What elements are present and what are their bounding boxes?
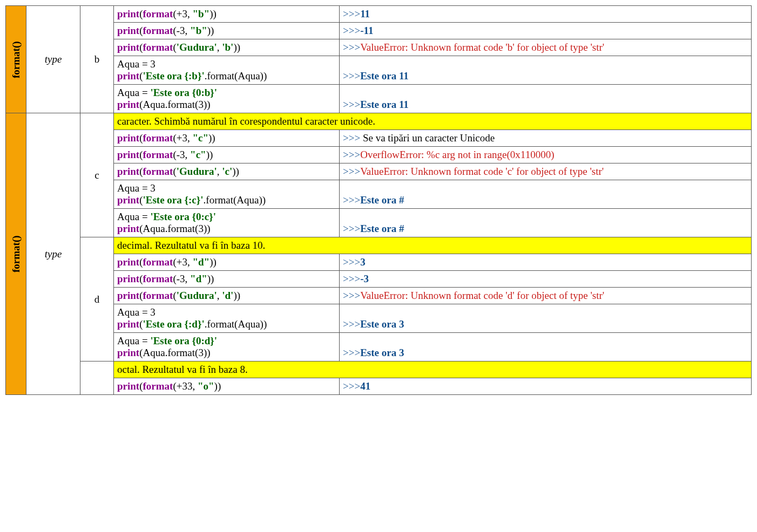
- code-cell: Aqua = 'Este ora {0:b}'print(Aqua.format…: [114, 85, 340, 113]
- code-cell: print(format(+33, "o")): [114, 378, 340, 395]
- table-row: octal. Rezultatul va fi în baza 8.: [6, 362, 752, 378]
- output-cell: >>>41: [340, 378, 752, 395]
- code-cell: Aqua = 3print('Este ora {:c}'.format(Aqu…: [114, 180, 340, 209]
- table-row: print(format(+3, "d"))>>>3: [6, 254, 752, 271]
- section-label-format: format(): [6, 113, 26, 395]
- table-row: print(format(-3, "c"))>>>OverflowError: …: [6, 147, 752, 163]
- code-cell: print(format('Gudura', 'c')): [114, 163, 340, 180]
- code-cell: print(format(-3, "d")): [114, 271, 340, 288]
- code-cell: print(format('Gudura', 'd')): [114, 288, 340, 304]
- output-cell: >>>-3: [340, 271, 752, 288]
- table-row: print(format(-3, "b"))>>>-11: [6, 23, 752, 39]
- param-label-type: type: [26, 113, 80, 395]
- output-cell: >>>Este ora #: [340, 209, 752, 237]
- code-cell: Aqua = 'Este ora {0:d}'print(Aqua.format…: [114, 333, 340, 362]
- format-table: format()typebprint(format(+3, "b"))>>>11…: [5, 5, 752, 395]
- table-row: print(format('Gudura', 'c'))>>>ValueErro…: [6, 163, 752, 180]
- code-cell: Aqua = 3print('Este ora {:b}'.format(Aqu…: [114, 56, 340, 85]
- code-cell: print(format(+3, "c")): [114, 130, 340, 147]
- output-cell: >>> Se va tipări un caracter Unicode: [340, 130, 752, 147]
- output-cell: >>>-11: [340, 23, 752, 39]
- type-letter: [80, 362, 114, 395]
- code-cell: print(format(+3, "b")): [114, 6, 340, 23]
- type-letter: d: [80, 237, 114, 362]
- type-description: decimal. Rezultatul va fi în baza 10.: [114, 237, 752, 254]
- code-cell: print(format(-3, "c")): [114, 147, 340, 163]
- table-row: Aqua = 'Este ora {0:b}'print(Aqua.format…: [6, 85, 752, 113]
- code-cell: print(format(-3, "b")): [114, 23, 340, 39]
- table-row: print(format(+3, "c"))>>> Se va tipări u…: [6, 130, 752, 147]
- code-cell: print(format(+3, "d")): [114, 254, 340, 271]
- table-row: format()typeccaracter. Schimbă numărul î…: [6, 113, 752, 130]
- table-row: Aqua = 3print('Este ora {:d}'.format(Aqu…: [6, 304, 752, 333]
- table-row: Aqua = 'Este ora {0:d}'print(Aqua.format…: [6, 333, 752, 362]
- output-cell: >>>ValueError: Unknown format code 'd' f…: [340, 288, 752, 304]
- table-row: Aqua = 3print('Este ora {:c}'.format(Aqu…: [6, 180, 752, 209]
- output-cell: >>>Este ora 3: [340, 304, 752, 333]
- type-description: caracter. Schimbă numărul în coresponden…: [114, 113, 752, 130]
- output-cell: >>>Este ora #: [340, 180, 752, 209]
- type-letter: c: [80, 113, 114, 237]
- type-letter: b: [80, 6, 114, 113]
- table-row: print(format('Gudura', 'd'))>>>ValueErro…: [6, 288, 752, 304]
- output-cell: >>>3: [340, 254, 752, 271]
- output-cell: >>>Este ora 3: [340, 333, 752, 362]
- output-cell: >>>ValueError: Unknown format code 'b' f…: [340, 39, 752, 56]
- table-row: Aqua = 3print('Este ora {:b}'.format(Aqu…: [6, 56, 752, 85]
- type-description: octal. Rezultatul va fi în baza 8.: [114, 362, 752, 378]
- output-cell: >>>OverflowError: %c arg not in range(0x…: [340, 147, 752, 163]
- output-cell: >>>Este ora 11: [340, 56, 752, 85]
- output-cell: >>>Este ora 11: [340, 85, 752, 113]
- table-row: ddecimal. Rezultatul va fi în baza 10.: [6, 237, 752, 254]
- table-row: print(format('Gudura', 'b'))>>>ValueErro…: [6, 39, 752, 56]
- code-cell: Aqua = 'Este ora {0:c}'print(Aqua.format…: [114, 209, 340, 237]
- table-row: Aqua = 'Este ora {0:c}'print(Aqua.format…: [6, 209, 752, 237]
- table-row: format()typebprint(format(+3, "b"))>>>11: [6, 6, 752, 23]
- section-label-format: format(): [6, 6, 26, 113]
- table-row: print(format(-3, "d"))>>>-3: [6, 271, 752, 288]
- param-label-type: type: [26, 6, 80, 113]
- code-cell: Aqua = 3print('Este ora {:d}'.format(Aqu…: [114, 304, 340, 333]
- code-cell: print(format('Gudura', 'b')): [114, 39, 340, 56]
- output-cell: >>>ValueError: Unknown format code 'c' f…: [340, 163, 752, 180]
- output-cell: >>>11: [340, 6, 752, 23]
- table-row: print(format(+33, "o"))>>>41: [6, 378, 752, 395]
